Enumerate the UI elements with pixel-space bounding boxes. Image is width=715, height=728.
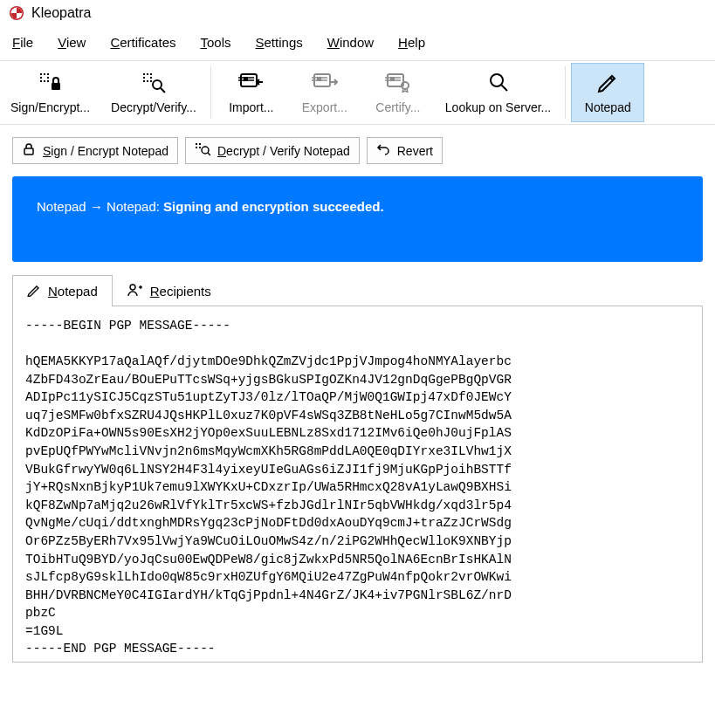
svg-rect-38: [196, 143, 197, 145]
unlock-search-icon: [195, 142, 210, 159]
banner-prefix: Notepad → Notepad:: [37, 199, 163, 214]
certify-button[interactable]: Certify...: [361, 61, 435, 124]
decrypt-verify-icon: [141, 69, 167, 95]
sign-encrypt-notepad-button[interactable]: Sign / Encrypt Notepad: [12, 137, 178, 164]
menu-certificates[interactable]: Certificates: [110, 35, 175, 50]
pencil-icon: [27, 283, 41, 299]
svg-rect-12: [147, 73, 148, 75]
svg-rect-2: [40, 73, 42, 75]
tabs-row: Notepad Recipients: [12, 274, 703, 306]
svg-rect-4: [47, 73, 49, 75]
toolbar: Sign/Encrypt... Decrypt/Verify...: [0, 60, 715, 125]
svg-line-43: [208, 153, 210, 155]
menu-file[interactable]: File: [12, 35, 33, 50]
svg-rect-41: [199, 147, 201, 148]
tab-recipients[interactable]: Recipients: [113, 275, 226, 306]
app-logo-icon: [9, 5, 24, 21]
svg-line-35: [501, 85, 507, 91]
menu-window[interactable]: Window: [327, 35, 374, 50]
svg-rect-16: [143, 80, 145, 82]
notepad-icon: [596, 69, 619, 95]
import-icon: [238, 69, 265, 95]
svg-rect-11: [143, 73, 145, 75]
decrypt-verify-notepad-button[interactable]: Decrypt / Verify Notepad: [185, 137, 360, 164]
svg-rect-6: [47, 77, 49, 79]
svg-rect-9: [47, 80, 49, 82]
menu-view[interactable]: View: [58, 35, 86, 50]
action-row: Sign / Encrypt Notepad Decrypt / Verify …: [0, 125, 715, 176]
title-bar: Kleopatra: [0, 0, 715, 26]
svg-line-20: [161, 88, 165, 93]
recipients-icon: [127, 283, 143, 299]
revert-label: Revert: [397, 144, 433, 158]
export-button[interactable]: Export...: [288, 61, 361, 124]
svg-rect-5: [40, 77, 42, 79]
svg-point-34: [491, 74, 503, 86]
export-icon: [312, 69, 338, 95]
decrypt-verify-notepad-label: Decrypt / Verify Notepad: [217, 144, 350, 158]
svg-rect-13: [150, 73, 152, 75]
decrypt-verify-button[interactable]: Decrypt/Verify...: [100, 61, 207, 124]
svg-rect-15: [150, 77, 152, 79]
svg-rect-18: [150, 80, 152, 82]
lookup-on-server-button[interactable]: Lookup on Server...: [435, 61, 561, 124]
svg-rect-8: [44, 80, 45, 82]
svg-point-19: [153, 80, 162, 89]
toolbar-separator: [210, 66, 211, 119]
svg-rect-39: [199, 143, 201, 145]
lookup-icon: [487, 69, 510, 95]
sign-encrypt-notepad-label: Sign / Encrypt Notepad: [43, 144, 168, 158]
svg-point-42: [202, 147, 209, 154]
tab-notepad-label: Notepad: [48, 284, 98, 299]
status-banner: Notepad → Notepad: Signing and encryptio…: [12, 176, 703, 262]
window-title: Kleopatra: [31, 5, 92, 21]
svg-rect-7: [40, 80, 42, 82]
svg-rect-37: [24, 148, 33, 155]
revert-icon: [376, 142, 390, 159]
revert-button[interactable]: Revert: [367, 137, 443, 164]
menu-bar: File View Certificates Tools Settings Wi…: [0, 26, 715, 60]
menu-help[interactable]: Help: [398, 35, 425, 50]
menu-settings[interactable]: Settings: [256, 35, 303, 50]
banner-message: Signing and encryption succeeded.: [163, 199, 384, 214]
tab-recipients-label: Recipients: [150, 284, 211, 299]
tab-notepad[interactable]: Notepad: [12, 275, 113, 306]
lock-icon: [22, 142, 36, 159]
notepad-button[interactable]: Notepad: [571, 63, 644, 122]
notepad-content[interactable]: -----BEGIN PGP MESSAGE----- hQEMA5KKYP17…: [12, 306, 703, 663]
sign-encrypt-icon: [38, 69, 64, 95]
import-button[interactable]: Import...: [215, 61, 288, 124]
svg-rect-3: [44, 73, 45, 75]
svg-line-36: [610, 78, 613, 80]
svg-rect-10: [52, 83, 60, 90]
certify-icon: [385, 69, 411, 95]
sign-encrypt-button[interactable]: Sign/Encrypt...: [0, 61, 100, 124]
svg-rect-14: [143, 77, 145, 79]
menu-tools[interactable]: Tools: [200, 35, 230, 50]
svg-rect-17: [147, 80, 148, 82]
svg-point-44: [130, 285, 135, 290]
svg-rect-40: [196, 147, 197, 148]
toolbar-separator: [565, 66, 566, 119]
